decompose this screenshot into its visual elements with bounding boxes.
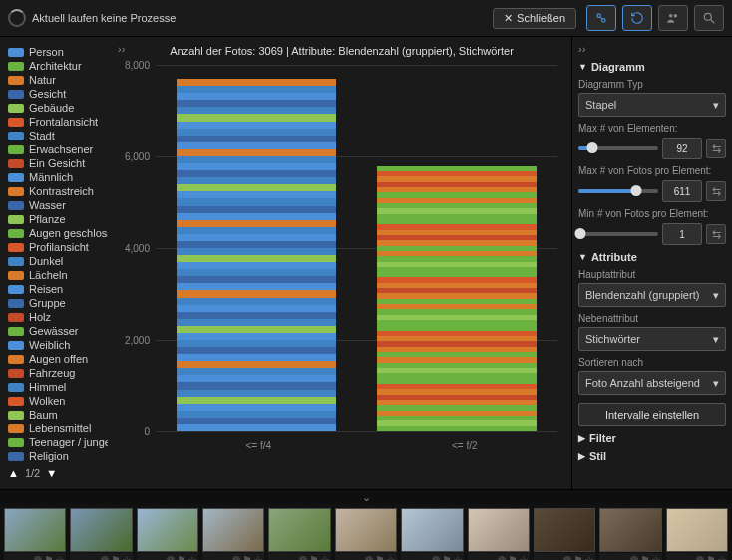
thumbnail[interactable]: 🗑⚑☆ xyxy=(599,508,661,552)
legend-item[interactable]: Stadt xyxy=(8,129,108,142)
legend-item[interactable]: Holz xyxy=(8,310,108,324)
intervals-button[interactable]: Intervalle einstellen xyxy=(578,403,726,426)
trash-icon[interactable]: 🗑 xyxy=(100,554,109,561)
legend-item[interactable]: Lächeln xyxy=(8,268,108,282)
right-collapse-icon[interactable]: ›› xyxy=(578,43,726,55)
trash-icon[interactable]: 🗑 xyxy=(629,554,638,561)
legend-next-button[interactable]: ▼ xyxy=(46,467,57,479)
flag-icon[interactable]: ⚑ xyxy=(44,554,53,561)
expand-filmstrip-button[interactable]: ⌄ xyxy=(0,489,732,504)
thumbnail[interactable]: 🗑⚑☆ xyxy=(202,508,264,552)
section-style[interactable]: ▶Stil xyxy=(578,450,726,462)
star-icon[interactable]: ☆ xyxy=(55,554,64,561)
star-icon[interactable]: ☆ xyxy=(584,554,593,561)
max-elem-slider[interactable] xyxy=(578,146,658,150)
legend-prev-button[interactable]: ▲ xyxy=(8,467,19,479)
flag-icon[interactable]: ⚑ xyxy=(706,554,715,561)
flag-icon[interactable]: ⚑ xyxy=(309,554,318,561)
star-icon[interactable]: ☆ xyxy=(320,554,329,561)
legend-item[interactable]: Religion xyxy=(8,449,108,463)
trash-icon[interactable]: 🗑 xyxy=(497,554,506,561)
section-diagram[interactable]: ▼Diagramm xyxy=(578,61,726,73)
legend-item[interactable]: Natur xyxy=(8,73,108,87)
max-elem-input[interactable] xyxy=(662,138,702,159)
trash-icon[interactable]: 🗑 xyxy=(166,554,175,561)
min-photos-input[interactable] xyxy=(662,223,702,245)
search-tool-button[interactable] xyxy=(694,5,724,31)
main-attr-select[interactable]: Blendenzahl (gruppiert)▾ xyxy=(578,283,726,307)
chart-bar[interactable] xyxy=(177,79,336,431)
legend-item[interactable]: Gebäude xyxy=(8,101,108,115)
thumbnail[interactable]: 🗑⚑☆ xyxy=(4,508,66,552)
legend-item[interactable]: Gruppe xyxy=(8,296,108,310)
legend-item[interactable]: Frontalansicht xyxy=(8,115,108,129)
sort-select[interactable]: Foto Anzahl absteigend▾ xyxy=(578,371,726,395)
legend-item[interactable]: Erwachsener xyxy=(8,142,108,156)
legend-item[interactable]: Wolken xyxy=(8,394,108,408)
flag-icon[interactable]: ⚑ xyxy=(111,554,120,561)
flag-icon[interactable]: ⚑ xyxy=(242,554,251,561)
thumbnail[interactable]: 🗑⚑☆ xyxy=(70,508,132,552)
legend-item[interactable]: Reisen xyxy=(8,282,108,296)
legend-item[interactable]: Gesicht xyxy=(8,87,108,101)
panel-collapse-icon[interactable]: ›› xyxy=(118,43,125,55)
star-icon[interactable]: ☆ xyxy=(122,554,131,561)
thumbnail[interactable]: 🗑⚑☆ xyxy=(534,508,595,552)
legend-item[interactable]: Teenager / junger… xyxy=(8,435,108,449)
legend-item[interactable]: Augen geschlossen xyxy=(8,226,108,240)
star-icon[interactable]: ☆ xyxy=(717,554,726,561)
trash-icon[interactable]: 🗑 xyxy=(562,554,571,561)
section-filter[interactable]: ▶Filter xyxy=(578,432,726,444)
legend-item[interactable]: Lebensmittel xyxy=(8,421,108,435)
trash-icon[interactable]: 🗑 xyxy=(695,554,704,561)
trash-icon[interactable]: 🗑 xyxy=(33,554,42,561)
legend-item[interactable]: Weiblich xyxy=(8,338,108,352)
legend-item[interactable]: Baum xyxy=(8,408,108,421)
star-icon[interactable]: ☆ xyxy=(453,554,462,561)
legend-item[interactable]: Profilansicht xyxy=(8,240,108,254)
people-tool-button[interactable] xyxy=(658,5,688,31)
thumbnail[interactable]: 🗑⚑☆ xyxy=(268,508,330,552)
trash-icon[interactable]: 🗑 xyxy=(298,554,307,561)
thumbnail[interactable]: 🗑⚑☆ xyxy=(666,508,728,552)
close-button[interactable]: ✕ Schließen xyxy=(493,8,576,29)
link-tool-button[interactable] xyxy=(586,5,616,31)
legend-item[interactable]: Person xyxy=(8,45,108,59)
trash-icon[interactable]: 🗑 xyxy=(364,554,373,561)
flag-icon[interactable]: ⚑ xyxy=(640,554,649,561)
legend-item[interactable]: Dunkel xyxy=(8,254,108,268)
star-icon[interactable]: ☆ xyxy=(519,554,528,561)
thumbnail[interactable]: 🗑⚑☆ xyxy=(335,508,397,552)
legend-item[interactable]: Ein Gesicht xyxy=(8,156,108,170)
min-photos-slider[interactable] xyxy=(578,232,658,236)
legend-item[interactable]: Himmel xyxy=(8,380,108,394)
flag-icon[interactable]: ⚑ xyxy=(508,554,517,561)
star-icon[interactable]: ☆ xyxy=(187,554,196,561)
trash-icon[interactable]: 🗑 xyxy=(231,554,240,561)
trash-icon[interactable]: 🗑 xyxy=(431,554,440,561)
flag-icon[interactable]: ⚑ xyxy=(442,554,451,561)
legend-item[interactable]: Architektur xyxy=(8,59,108,73)
thumbnail[interactable]: 🗑⚑☆ xyxy=(401,508,463,552)
legend-item[interactable]: Fahrzeug xyxy=(8,366,108,380)
max-photos-settings[interactable]: ⇆ xyxy=(706,181,726,201)
max-elem-settings[interactable]: ⇆ xyxy=(706,139,726,158)
star-icon[interactable]: ☆ xyxy=(253,554,262,561)
refresh-tool-button[interactable] xyxy=(622,5,652,31)
max-photos-slider[interactable] xyxy=(578,189,658,193)
legend-item[interactable]: Männlich xyxy=(8,170,108,184)
min-photos-settings[interactable]: ⇆ xyxy=(706,224,726,244)
thumbnail[interactable]: 🗑⚑☆ xyxy=(468,508,530,552)
sub-attr-select[interactable]: Stichwörter▾ xyxy=(578,327,726,351)
star-icon[interactable]: ☆ xyxy=(386,554,395,561)
star-icon[interactable]: ☆ xyxy=(651,554,660,561)
flag-icon[interactable]: ⚑ xyxy=(375,554,384,561)
thumbnail[interactable]: 🗑⚑☆ xyxy=(137,508,198,552)
chart-bar[interactable] xyxy=(377,165,537,431)
flag-icon[interactable]: ⚑ xyxy=(573,554,582,561)
legend-item[interactable]: Gewässer xyxy=(8,324,108,338)
legend-item[interactable]: Pflanze xyxy=(8,212,108,226)
legend-item[interactable]: Kontrastreich xyxy=(8,184,108,198)
legend-item[interactable]: Augen offen xyxy=(8,352,108,366)
legend-item[interactable]: Wasser xyxy=(8,198,108,212)
